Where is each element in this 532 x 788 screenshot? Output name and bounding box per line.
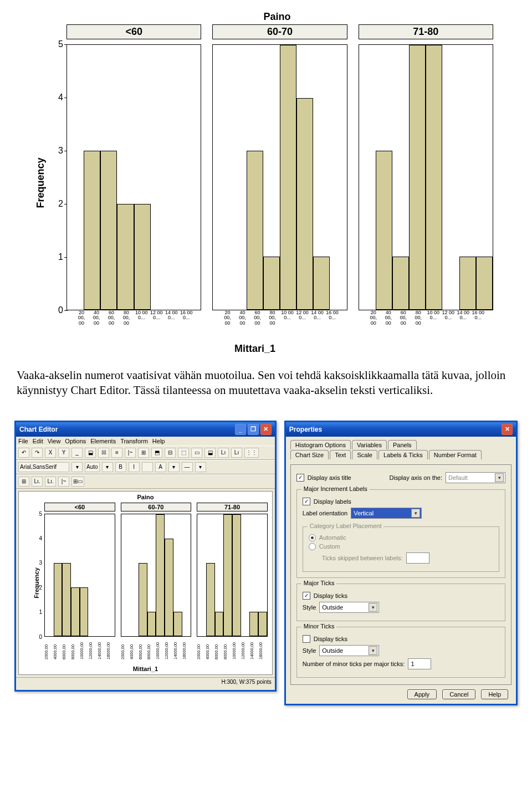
minor-style-combo[interactable]: Outside ▾ (319, 645, 379, 656)
tab[interactable]: Chart Size (290, 450, 329, 459)
x-tick: 80 00, 00 (412, 310, 424, 335)
maximize-icon[interactable]: ❐ (248, 424, 259, 435)
tab[interactable]: Text (330, 450, 351, 459)
placement-automatic-radio: Automatic (309, 534, 493, 541)
toolbar-button[interactable]: Lı (231, 448, 242, 458)
x-tick: 60 00, 00 (397, 310, 410, 335)
mini-x-tick: 14000,00 (98, 638, 106, 660)
toolbar-button[interactable]: ⬒ (151, 448, 162, 458)
tab[interactable]: Variables (352, 440, 387, 449)
bar (173, 612, 182, 636)
toolbar-button[interactable]: ▾ (102, 462, 113, 472)
tab[interactable]: Labels & Ticks (378, 450, 428, 459)
toolbar-button[interactable]: ↷ (32, 448, 43, 458)
apply-button[interactable]: Apply (407, 689, 437, 699)
toolbar-button[interactable]: ⊟ (165, 448, 176, 458)
font-combo[interactable]: Arial,SansSerif (18, 462, 69, 472)
toolbar-2[interactable]: Arial,SansSerif ▾Auto▾BIA▾—▾ (16, 460, 275, 474)
toolbar-button[interactable]: |~ (125, 448, 136, 458)
toolbar-button[interactable]: ⊞ (138, 448, 149, 458)
toolbar-button[interactable]: ⎯ (71, 448, 83, 458)
menu-item[interactable]: Edit (33, 438, 43, 444)
mini-plot (44, 514, 115, 637)
bar (258, 612, 267, 636)
tab[interactable]: Panels (388, 440, 417, 449)
menu-item[interactable]: View (48, 438, 61, 444)
toolbar-button[interactable]: Lı. (45, 477, 56, 487)
toolbar-button[interactable]: ⬚ (178, 448, 189, 458)
toolbar-3[interactable]: ⊞Lı.Lı.|~⊞▭ (16, 474, 275, 489)
toolbar-button[interactable]: A (155, 462, 166, 472)
mini-x-tick: 8000,00 (223, 638, 232, 660)
toolbar-button[interactable]: B (115, 462, 126, 472)
toolbar-button[interactable]: — (182, 462, 193, 472)
mini-x-tick: 2000,00 (44, 638, 53, 660)
toolbar-button[interactable] (142, 462, 153, 472)
major-display-ticks-checkbox[interactable]: ✓ Display ticks (303, 592, 499, 600)
bar (426, 45, 442, 310)
mini-x-tick: 16000,00 (182, 638, 191, 660)
tab[interactable]: Scale (352, 450, 377, 459)
chevron-down-icon: ▾ (495, 473, 504, 482)
y-tick: 0 (58, 305, 63, 315)
x-tick: 60 00, 00 (251, 310, 264, 335)
tab[interactable]: Histogram Options (290, 440, 351, 449)
tabs[interactable]: Histogram OptionsVariablesPanels Chart S… (290, 440, 511, 462)
x-tick: 80 00, 00 (120, 310, 132, 335)
x-tick: 10 00 0... (281, 310, 294, 335)
toolbar-button[interactable]: Lı (218, 448, 229, 458)
bar (215, 612, 224, 636)
major-style-combo[interactable]: Outside ▾ (319, 602, 379, 613)
toolbar-button[interactable]: I (129, 462, 140, 472)
menu-item[interactable]: Help (152, 438, 165, 444)
toolbar-button[interactable]: ↶ (18, 448, 29, 458)
toolbar-1[interactable]: ↶↷XY⎯⬓☒≡|~⊞⬒⊟⬚▭⬓LıLı⋮⋮ (16, 446, 275, 460)
toolbar-button[interactable]: Lı. (32, 477, 43, 487)
x-tick: 12 00 0... (296, 310, 309, 335)
help-button[interactable]: Help (481, 689, 508, 699)
toolbar-button[interactable]: ▭ (191, 448, 202, 458)
menu-item[interactable]: Options (65, 438, 86, 444)
toolbar-button[interactable]: ▾ (168, 462, 180, 472)
properties-window: Properties ✕ Histogram OptionsVariablesP… (284, 421, 518, 705)
toolbar-button[interactable]: ≡ (111, 448, 122, 458)
toolbar-button[interactable]: ⊞ (18, 477, 29, 487)
toolbar-button[interactable]: ☒ (98, 448, 109, 458)
menu-item[interactable]: Elements (90, 438, 116, 444)
menu-item[interactable]: File (18, 438, 28, 444)
minimize-icon[interactable]: _ (235, 424, 246, 435)
mini-y-tick: 0 (39, 633, 42, 639)
y-tick: 2 (58, 199, 63, 209)
bar (223, 514, 232, 636)
mini-x-tick: 6000,00 (214, 638, 223, 660)
toolbar-button[interactable]: ▾ (71, 462, 83, 472)
minor-num-input[interactable]: 1 (408, 658, 431, 669)
x-tick: 16 00 0... (472, 310, 484, 335)
display-labels-checkbox[interactable]: ✓ Display labels (303, 498, 499, 505)
label-orientation-combo[interactable]: Vertical ▾ (351, 508, 422, 519)
x-tick: 12 00 0... (442, 310, 454, 335)
close-icon[interactable]: ✕ (502, 424, 513, 435)
toolbar-button[interactable]: ⬓ (204, 448, 216, 458)
bar (409, 45, 426, 310)
menu-item[interactable]: Transform (120, 438, 148, 444)
chart-canvas[interactable]: Paino <6060-7071-80 Frequency 012345 200… (18, 491, 273, 675)
toolbar-button[interactable]: ▾ (195, 462, 206, 472)
toolbar-button[interactable]: |~ (58, 477, 69, 487)
menubar[interactable]: FileEditViewOptionsElementsTransformHelp (16, 437, 275, 446)
tab[interactable]: Number Format (429, 450, 482, 459)
label-orientation-label: Label orientation (303, 510, 347, 516)
close-icon[interactable]: ✕ (260, 424, 272, 435)
display-axis-on-combo[interactable]: Default ▾ (446, 472, 505, 483)
toolbar-button[interactable]: ⋮⋮ (244, 448, 259, 458)
x-tick: 20 00, 00 (367, 310, 380, 335)
toolbar-button[interactable]: Auto (85, 462, 100, 472)
toolbar-button[interactable]: ⊞▭ (71, 477, 84, 487)
mini-y-tick: 4 (39, 535, 42, 541)
toolbar-button[interactable]: Y (58, 448, 69, 458)
toolbar-button[interactable]: X (45, 448, 56, 458)
cancel-button[interactable]: Cancel (442, 689, 475, 699)
minor-display-ticks-checkbox[interactable]: Display ticks (303, 635, 499, 643)
display-axis-title-checkbox[interactable]: ✓ Display axis title (296, 474, 351, 482)
toolbar-button[interactable]: ⬓ (85, 448, 96, 458)
